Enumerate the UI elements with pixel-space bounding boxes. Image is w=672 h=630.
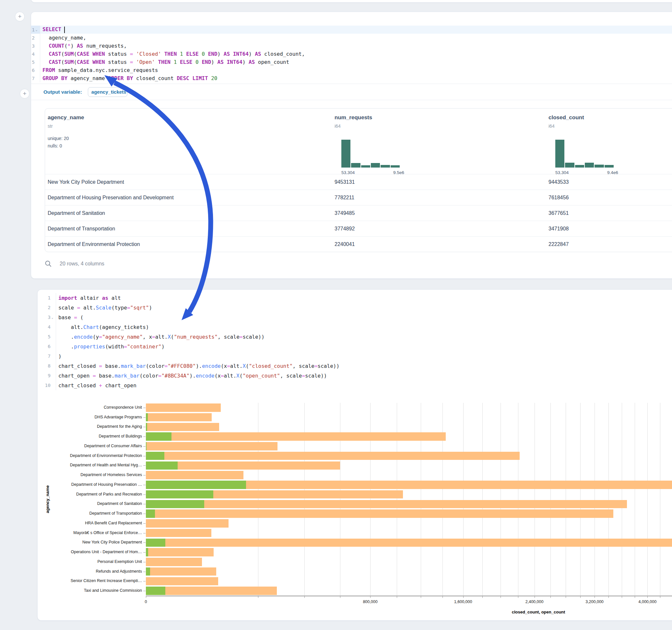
sql-editor[interactable]: 1⌄SELECT 2 agency_name,3 COUNT(*) AS num… [31,12,672,84]
column-stats: nulls: 0 [48,143,62,148]
y-axis-tick [143,417,146,418]
bar-open[interactable] [146,539,165,547]
y-axis-label: Department of Consumer Affairs [45,444,142,448]
bar-closed[interactable] [146,519,229,528]
column-header[interactable]: closed_count [549,114,584,121]
code-line[interactable]: 10chart_closed + chart_open [38,381,672,390]
y-axis-tick [143,485,146,485]
y-axis-label: Department of Parks and Recreation [45,492,142,496]
column-header[interactable]: agency_name [48,114,84,121]
table-cell: 3749485 [335,205,355,221]
bar-closed[interactable] [146,471,243,479]
code-line[interactable]: 2scale = alt.Scale(type="sqrt") [38,303,672,312]
table-row[interactable]: Department of Sanitation37494853677651 [45,205,672,221]
bar-closed[interactable] [146,423,219,431]
search-icon[interactable] [45,260,52,267]
bar-open[interactable] [146,548,148,556]
bar-closed[interactable] [146,567,216,576]
table-cell: Department of Transportation [48,221,115,237]
bar-open[interactable] [146,432,171,441]
histogram-bar [565,163,574,168]
bar-closed[interactable] [146,539,672,547]
code-line[interactable]: 6FROM sample_data.nyc.service_requests [31,66,672,74]
y-axis-label: Mayorâ€ s Office of Special Enforce… [45,531,142,535]
bar-open[interactable] [146,423,147,431]
table-row[interactable]: Department of Housing Preservation and D… [45,190,672,205]
y-axis-label: Department of Homeless Services [45,472,142,477]
x-axis-tick [340,596,340,598]
bar-open[interactable] [146,461,178,470]
bar-open[interactable] [146,509,155,518]
x-axis-tick [550,596,551,598]
chart-gridline [622,403,622,596]
bar-open[interactable] [146,500,204,508]
bar-open[interactable] [146,587,165,595]
chart-gridline [550,403,551,596]
bar-closed[interactable] [146,509,613,518]
code-line[interactable]: 2 agency_name, [31,34,672,42]
bar-closed[interactable] [146,548,214,556]
bar-closed[interactable] [146,413,212,421]
bar-closed[interactable] [146,442,278,451]
bar-open[interactable] [146,442,146,451]
table-cell: Department of Housing Preservation and D… [48,190,174,205]
histogram-bar [361,165,370,168]
y-axis-title: agency_name [45,457,50,541]
bar-open[interactable] [146,413,148,421]
histogram-bar [341,140,351,168]
x-axis-tick [580,596,581,598]
bar-open[interactable] [146,452,164,460]
code-line[interactable]: 1import altair as alt [38,293,672,303]
bar-closed[interactable] [146,500,627,508]
y-axis-label: Correspondence Unit [45,405,142,410]
y-axis-label: DHS Advantage Programs [45,415,142,419]
bar-closed[interactable] [146,558,202,566]
y-axis-tick [143,504,146,504]
y-axis-label: Department of Environmental Protection [45,453,142,458]
code-line[interactable]: 6 .properties(width="container") [38,342,672,351]
bar-closed[interactable] [146,432,446,441]
previous-cell-edge [31,0,672,3]
code-line[interactable]: 3 COUNT(*) AS num_requests, [31,42,672,50]
python-editor[interactable]: 1import altair as alt2scale = alt.Scale(… [38,290,672,390]
code-line[interactable]: 7) [38,351,672,361]
histogram-bar [605,165,614,168]
code-line[interactable]: 4 alt.Chart(agency_tickets) [38,322,672,332]
text-cursor [64,27,65,33]
chart-gridline [566,403,566,596]
notebook-page: + + 1⌄SELECT 2 agency_name,3 COUNT(*) AS… [0,0,672,630]
y-axis-label: Department of Health and Mental Hyg… [45,463,142,467]
table-row[interactable]: Department of Environmental Protection22… [45,236,672,252]
code-line[interactable]: 5 CAST(SUM(CASE WHEN status = 'Open' THE… [31,58,672,66]
fold-chevron-icon[interactable]: ⌄ [35,28,38,31]
bar-closed[interactable] [146,452,520,460]
x-axis-tick [595,596,595,598]
column-header[interactable]: num_requests [335,114,372,121]
table-row[interactable]: New York City Police Department945313194… [45,174,672,190]
bar-open[interactable] [146,481,246,489]
y-axis-tick [143,552,146,553]
output-variable-input[interactable]: agency_tickets [88,87,127,97]
bar-closed[interactable] [146,404,221,412]
code-line[interactable]: 4 CAST(SUM(CASE WHEN status = 'Closed' T… [31,50,672,58]
code-line[interactable]: 5 .encode(y="agency_name", x=alt.X("num_… [38,332,672,342]
bar-open[interactable] [146,567,150,576]
code-line[interactable]: 7GROUP BY agency_name ORDER BY closed_co… [31,74,672,82]
add-cell-button-top[interactable]: + [15,12,25,21]
bar-closed[interactable] [146,577,218,586]
code-line[interactable]: 8chart_closed = base.mark_bar(color="#FF… [38,361,672,371]
y-axis-label: Personal Exemption Unit [45,559,142,564]
code-line[interactable]: 3⌄base = ( [38,312,672,322]
y-axis-tick [143,475,146,476]
bar-closed[interactable] [146,529,211,537]
fold-chevron-icon[interactable]: ⌄ [51,316,54,319]
y-axis-tick [143,494,146,495]
code-line[interactable]: 1⌄SELECT [31,26,672,34]
bar-open[interactable] [146,490,213,499]
bar-closed[interactable] [146,587,277,595]
code-line[interactable]: 9chart_open = base.mark_bar(color="#8BC3… [38,371,672,381]
x-axis-tick-label: 800,000 [351,600,390,604]
table-footer: 20 rows, 4 columns [45,259,104,269]
add-cell-button-output[interactable]: + [20,89,29,98]
table-row[interactable]: Department of Transportation377489234719… [45,221,672,236]
